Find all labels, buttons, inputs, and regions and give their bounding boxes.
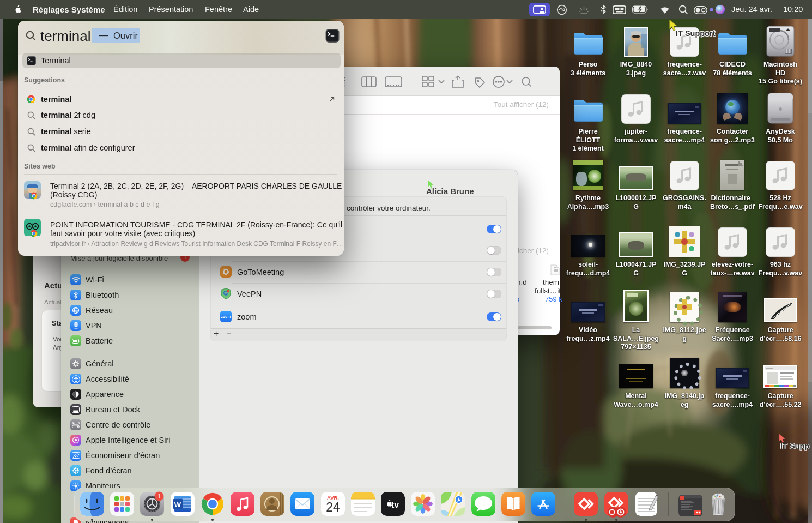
svg-text:1: 1 [157,493,161,500]
svg-text:24: 24 [326,500,340,514]
svg-text:W: W [174,501,181,509]
svg-text:tv: tv [391,500,399,509]
